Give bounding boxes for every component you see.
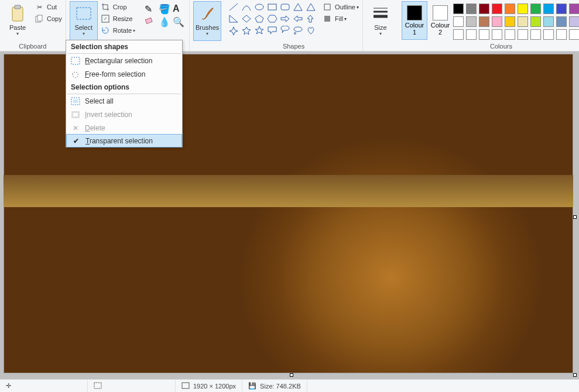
shape-star5[interactable]	[241, 26, 252, 35]
palette-swatch[interactable]	[569, 16, 579, 27]
outline-icon	[322, 2, 333, 12]
menu-item-label: Invert selection	[85, 111, 132, 119]
rect-select-icon	[70, 56, 81, 66]
selection-icon	[74, 4, 93, 23]
shape-rect[interactable]	[267, 2, 277, 12]
colour2-button[interactable]: Colour 2	[427, 1, 453, 40]
palette-swatch[interactable]	[505, 16, 515, 27]
shape-arrow-r[interactable]	[280, 14, 290, 23]
check-icon: ✔	[70, 136, 82, 146]
cut-button[interactable]: ✂ Cut	[34, 1, 62, 13]
eraser-tool[interactable]	[145, 16, 157, 28]
shape-diamond[interactable]	[241, 14, 252, 23]
palette-swatch[interactable]	[453, 4, 464, 14]
menu-rectangular-selection[interactable]: Rectangular selection	[66, 54, 182, 67]
size-button[interactable]: Size ▾	[366, 1, 395, 41]
shapes-gallery[interactable]	[228, 1, 317, 36]
fill-icon	[322, 13, 333, 24]
brushes-label: Brushes	[196, 24, 219, 31]
rotate-button[interactable]: Rotate ▾	[100, 25, 135, 36]
palette-swatch[interactable]	[479, 16, 489, 27]
crop-label: Crop	[113, 4, 127, 11]
palette-swatch[interactable]	[518, 16, 528, 27]
paste-button[interactable]: Paste ▾	[4, 1, 32, 41]
resize-handle-right[interactable]	[573, 215, 577, 219]
palette-swatch[interactable]	[530, 4, 541, 14]
shape-roundrect[interactable]	[280, 2, 290, 12]
palette-swatch[interactable]	[505, 4, 515, 14]
menu-item-label: Transparent selection	[85, 137, 153, 145]
shape-right-tri[interactable]	[228, 14, 239, 23]
select-button[interactable]: Select ▾	[70, 1, 98, 41]
palette-swatch[interactable]	[543, 4, 554, 14]
shape-arrow-u[interactable]	[306, 14, 316, 23]
select-dropdown: Selection shapes Rectangular selection F…	[66, 40, 183, 147]
palette-swatch[interactable]	[479, 29, 489, 40]
crop-icon	[100, 2, 111, 12]
picker-tool[interactable]: 💧	[159, 16, 172, 28]
svg-rect-21	[324, 16, 330, 22]
palette-swatch[interactable]	[556, 4, 567, 14]
palette-swatch[interactable]	[466, 16, 477, 27]
pencil-tool[interactable]: ✎	[145, 4, 157, 15]
menu-select-all[interactable]: Select all	[66, 94, 182, 108]
chevron-down-icon: ▾	[16, 31, 19, 36]
resize-handle-bottom[interactable]	[290, 373, 293, 377]
palette-swatch[interactable]	[479, 4, 489, 14]
palette-swatch[interactable]	[556, 16, 567, 27]
colour-palette[interactable]	[453, 1, 579, 41]
palette-swatch[interactable]	[492, 29, 502, 40]
menu-transparent-selection[interactable]: ✔ Transparent selection	[66, 134, 182, 147]
shape-callout-rect[interactable]	[267, 26, 277, 35]
chevron-down-icon: ▾	[133, 28, 135, 33]
select-all-icon	[70, 96, 81, 106]
shape-line[interactable]	[228, 2, 239, 12]
palette-swatch[interactable]	[492, 4, 502, 14]
palette-swatch[interactable]	[543, 16, 554, 27]
shape-curve[interactable]	[241, 2, 252, 12]
brushes-button[interactable]: Brushes ▾	[193, 1, 221, 41]
palette-swatch[interactable]	[530, 16, 541, 27]
shape-triangle[interactable]	[306, 2, 316, 12]
palette-swatch[interactable]	[466, 4, 477, 14]
palette-swatch[interactable]	[466, 29, 477, 40]
text-tool[interactable]: A	[173, 4, 186, 15]
colour1-button[interactable]: Colour 1	[402, 1, 427, 40]
shape-oval[interactable]	[254, 2, 265, 12]
outline-label: Outline	[335, 4, 355, 11]
palette-swatch[interactable]	[556, 29, 567, 40]
shape-callout-round[interactable]	[280, 26, 290, 35]
colour1-swatch	[407, 5, 422, 20]
shape-polygon[interactable]	[293, 2, 303, 12]
shape-callout-cloud[interactable]	[293, 26, 303, 35]
palette-swatch[interactable]	[569, 29, 579, 40]
shape-star6[interactable]	[254, 26, 265, 35]
palette-swatch[interactable]	[569, 4, 579, 14]
menu-freeform-selection[interactable]: Free-form selection	[66, 67, 182, 81]
resize-handle-corner[interactable]	[573, 373, 577, 377]
palette-swatch[interactable]	[505, 29, 515, 40]
palette-swatch[interactable]	[530, 29, 541, 40]
palette-swatch[interactable]	[543, 29, 554, 40]
palette-swatch[interactable]	[518, 4, 528, 14]
resize-button[interactable]: Resize	[100, 13, 135, 25]
crop-button[interactable]: Crop	[100, 1, 135, 13]
zoom-tool[interactable]: 🔍	[173, 16, 186, 28]
palette-swatch[interactable]	[453, 16, 464, 27]
fill-button[interactable]: Fill ▾	[322, 13, 359, 25]
shape-star4[interactable]	[228, 26, 239, 35]
svg-marker-12	[307, 4, 315, 11]
palette-swatch[interactable]	[492, 16, 502, 27]
copy-button[interactable]: Copy	[34, 13, 62, 25]
status-size-value: Size: 748.2KB	[260, 383, 301, 390]
invert-icon	[70, 109, 81, 120]
shape-arrow-l[interactable]	[293, 14, 303, 23]
palette-swatch[interactable]	[518, 29, 528, 40]
svg-rect-20	[324, 4, 330, 10]
bucket-tool[interactable]: 🪣	[159, 4, 172, 15]
shape-heart[interactable]	[306, 26, 316, 35]
shape-hexagon[interactable]	[267, 14, 277, 23]
palette-swatch[interactable]	[453, 29, 464, 40]
shape-pentagon[interactable]	[254, 14, 265, 23]
outline-button[interactable]: Outline ▾	[322, 1, 359, 13]
